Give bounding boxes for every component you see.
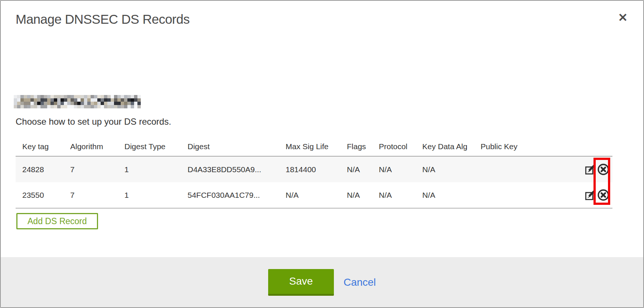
table-row: 2482871D4A33E8DD550A9...1814400N/AN/AN/A	[16, 156, 612, 182]
table-cell	[474, 182, 573, 208]
table-cell: 24828	[16, 156, 64, 182]
table-cell: 23550	[16, 182, 64, 208]
table-cell: N/A	[372, 182, 416, 208]
edit-icon	[585, 164, 596, 175]
table-cell: N/A	[340, 156, 372, 182]
table-cell: 1	[118, 156, 181, 182]
table-cell: N/A	[416, 182, 474, 208]
table-cell	[474, 156, 573, 182]
column-header: Algorithm	[64, 141, 118, 156]
table-cell: 7	[64, 182, 118, 208]
edit-icon	[585, 190, 596, 201]
delete-record-button[interactable]	[597, 189, 609, 201]
column-header: Digest	[181, 141, 279, 156]
column-header: Public Key	[474, 141, 573, 156]
column-header: Protocol	[372, 141, 416, 156]
dialog-footer: Save Cancel	[1, 257, 643, 307]
instruction-text: Choose how to set up your DS records.	[16, 117, 171, 127]
add-ds-record-button[interactable]: Add DS Record	[16, 213, 98, 229]
edit-record-button[interactable]	[585, 164, 596, 175]
table-body: 2482871D4A33E8DD550A9...1814400N/AN/AN/A…	[16, 156, 612, 208]
circle-x-icon	[597, 189, 609, 201]
manage-dnssec-dialog: Manage DNSSEC DS Records ✕ Choose how to…	[0, 0, 644, 308]
table-cell: 54FCF030AA1C79...	[181, 182, 279, 208]
save-button[interactable]: Save	[268, 269, 334, 296]
circle-x-icon	[597, 163, 609, 176]
table-cell: D4A33E8DD550A9...	[181, 156, 279, 182]
column-header: Flags	[340, 141, 372, 156]
column-header: Digest Type	[118, 141, 181, 156]
column-header: Key tag	[16, 141, 64, 156]
column-header: Key Data Alg	[416, 141, 474, 156]
cancel-link[interactable]: Cancel	[344, 276, 376, 288]
dialog-title: Manage DNSSEC DS Records	[16, 12, 189, 27]
redacted-domain-name	[14, 95, 141, 108]
ds-records-table-wrap: Key tagAlgorithmDigest TypeDigestMax Sig…	[16, 141, 612, 209]
column-header: Max Sig Life	[279, 141, 340, 156]
table-header-row: Key tagAlgorithmDigest TypeDigestMax Sig…	[16, 141, 612, 156]
table-cell: 1814400	[279, 156, 340, 182]
table-cell: N/A	[416, 156, 474, 182]
ds-records-table: Key tagAlgorithmDigest TypeDigestMax Sig…	[16, 141, 612, 209]
close-button[interactable]: ✕	[614, 9, 631, 26]
table-cell: 7	[64, 156, 118, 182]
edit-record-button[interactable]	[585, 190, 596, 201]
table-cell: N/A	[372, 156, 416, 182]
table-cell: 1	[118, 182, 181, 208]
table-cell: N/A	[279, 182, 340, 208]
table-cell: N/A	[340, 182, 372, 208]
close-icon: ✕	[618, 11, 628, 24]
table-row: 235507154FCF030AA1C79...N/AN/AN/AN/A	[16, 182, 612, 208]
delete-record-button[interactable]	[597, 163, 609, 176]
